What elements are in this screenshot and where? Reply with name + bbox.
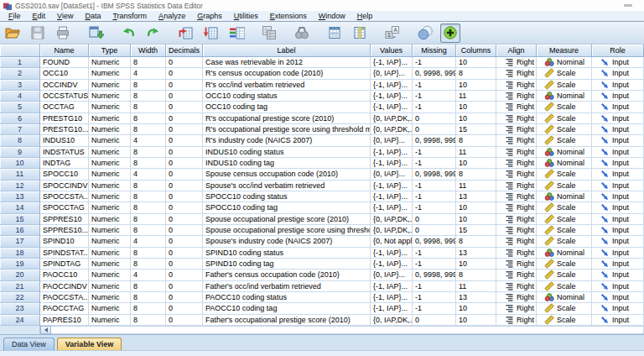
cell-name[interactable]: PAOCCINDV [40, 281, 89, 292]
split-file-button[interactable] [259, 24, 279, 43]
cell-align[interactable]: Right [496, 169, 537, 180]
cell-columns[interactable]: 10 [456, 202, 496, 213]
cell-width[interactable]: 8 [131, 214, 166, 225]
cell-width[interactable]: 8 [131, 80, 166, 91]
cell-missing[interactable]: 0, 9998, 9999 [413, 68, 456, 79]
cell-name[interactable]: INDSTATUS [40, 147, 89, 158]
cell-width[interactable]: 8 [131, 225, 166, 236]
cell-decimals[interactable]: 0 [166, 91, 203, 102]
cell-measure[interactable]: Nominal [537, 248, 592, 259]
cell-values[interactable]: {-1, IAP}... [371, 259, 413, 270]
cell-align[interactable]: Right [496, 68, 537, 79]
redo-button[interactable] [143, 24, 164, 43]
cell-name[interactable]: SPINDSTAT... [40, 248, 89, 259]
cell-label[interactable]: R's census occupation code (2010) [203, 68, 371, 79]
cell-missing[interactable]: -1 [413, 102, 456, 113]
cell-decimals[interactable]: 0 [166, 191, 203, 202]
cell-type[interactable]: Numeric [89, 181, 131, 191]
row-number[interactable]: 14 [0, 202, 40, 213]
cell-measure[interactable]: Scale [537, 315, 592, 326]
cell-align[interactable]: Right [496, 315, 537, 326]
cell-label[interactable]: Spouse's occ/ind verbatim retrieved [203, 181, 371, 191]
value-labels-button[interactable]: 1A [382, 24, 402, 43]
cell-values[interactable]: {-1, IAP}... [371, 158, 413, 169]
cell-type[interactable]: Numeric [89, 91, 131, 102]
cell-role[interactable]: Input [592, 91, 644, 102]
cell-measure[interactable]: Scale [537, 80, 592, 91]
cell-columns[interactable]: 8 [456, 270, 496, 280]
cell-missing[interactable]: 0, 9998, 9999 [413, 270, 456, 280]
cell-columns[interactable]: 10 [456, 214, 496, 225]
cell-type[interactable]: Numeric [89, 169, 131, 180]
cell-measure[interactable]: Scale [537, 202, 592, 213]
cell-values[interactable]: {0, IAP}... [371, 169, 413, 180]
insert-variable-button[interactable] [350, 24, 370, 43]
cell-label[interactable]: Spouse occupational prestige score using… [203, 225, 371, 236]
cell-values[interactable]: {0, IAP}... [371, 135, 413, 146]
row-number[interactable]: 12 [0, 181, 40, 191]
cell-label[interactable]: Case was retrievable in 2012 [203, 57, 371, 68]
cell-missing[interactable]: -1 [413, 80, 456, 91]
cell-type[interactable]: Numeric [89, 236, 131, 247]
cell-role[interactable]: Input [592, 191, 644, 202]
cell-measure[interactable]: Scale [537, 169, 592, 180]
cell-values[interactable]: {-1, IAP}... [371, 147, 413, 158]
cell-columns[interactable]: 10 [456, 102, 496, 113]
cell-decimals[interactable]: 0 [166, 68, 203, 79]
cell-role[interactable]: Input [592, 68, 644, 79]
cell-columns[interactable]: 8 [456, 169, 496, 180]
cell-missing[interactable]: 0, 9998, 9999 [413, 236, 456, 247]
cell-measure[interactable]: Nominal [537, 191, 592, 202]
cell-values[interactable]: {-1, IAP}... [371, 80, 413, 91]
row-number[interactable]: 16 [0, 225, 40, 236]
cell-name[interactable]: FOUND [40, 57, 89, 68]
menu-extensions[interactable]: Extensions [264, 12, 313, 20]
cell-columns[interactable]: 11 [456, 181, 496, 191]
cell-label[interactable]: R's occ/ind verbatim retrieved [203, 80, 371, 91]
cell-name[interactable]: PRESTG10 [40, 113, 89, 124]
cell-missing[interactable]: 0, 9998, 9999 [413, 169, 456, 180]
cell-missing[interactable]: 0 [413, 113, 456, 124]
recall-dialogs-button[interactable] [86, 24, 106, 43]
cell-align[interactable]: Right [496, 281, 537, 292]
cell-role[interactable]: Input [592, 281, 644, 292]
cell-name[interactable]: SPPRES10 [40, 214, 89, 225]
row-number[interactable]: 7 [0, 124, 40, 135]
menu-help[interactable]: Help [351, 12, 379, 20]
goto-variable-button[interactable] [201, 24, 221, 43]
cell-decimals[interactable]: 0 [166, 124, 203, 135]
cell-decimals[interactable]: 0 [166, 102, 203, 113]
cell-align[interactable]: Right [496, 91, 537, 102]
cell-align[interactable]: Right [496, 292, 537, 303]
row-number[interactable]: 17 [0, 236, 40, 247]
cell-label[interactable]: Spouse census occupation code (2010) [203, 169, 371, 180]
cell-decimals[interactable]: 0 [166, 113, 203, 124]
undo-button[interactable] [118, 24, 138, 43]
cell-role[interactable]: Input [592, 147, 644, 158]
cell-label[interactable]: SPOCC10 coding status [203, 191, 371, 202]
row-number[interactable]: 4 [0, 91, 40, 102]
cell-values[interactable]: {-1, IAP}... [371, 57, 413, 68]
cell-name[interactable]: SPOCCTAG [40, 202, 89, 213]
cell-name[interactable]: OCCINDV [40, 80, 89, 91]
cell-missing[interactable]: -1 [413, 181, 456, 191]
row-number[interactable]: 10 [0, 158, 40, 169]
cell-type[interactable]: Numeric [89, 158, 131, 169]
cell-decimals[interactable]: 0 [166, 57, 203, 68]
cell-columns[interactable]: 10 [456, 259, 496, 270]
cell-name[interactable]: OCC10 [40, 68, 89, 79]
cell-columns[interactable]: 8 [456, 236, 496, 247]
cell-role[interactable]: Input [592, 135, 644, 146]
cell-missing[interactable]: -1 [413, 158, 456, 169]
cell-measure[interactable]: Scale [537, 259, 592, 270]
cell-missing[interactable]: 0 [413, 315, 456, 326]
cell-type[interactable]: Numeric [89, 214, 131, 225]
cell-name[interactable]: SPIND10 [40, 236, 89, 247]
cell-measure[interactable]: Nominal [537, 147, 592, 158]
row-number[interactable]: 20 [0, 270, 40, 280]
cell-measure[interactable]: Scale [537, 236, 592, 247]
cell-type[interactable]: Numeric [89, 259, 131, 270]
menu-file[interactable]: File [3, 12, 27, 20]
cell-label[interactable]: INDUS10 coding tag [203, 158, 371, 169]
cell-values[interactable]: {0, IAP,DK,... [371, 225, 413, 236]
